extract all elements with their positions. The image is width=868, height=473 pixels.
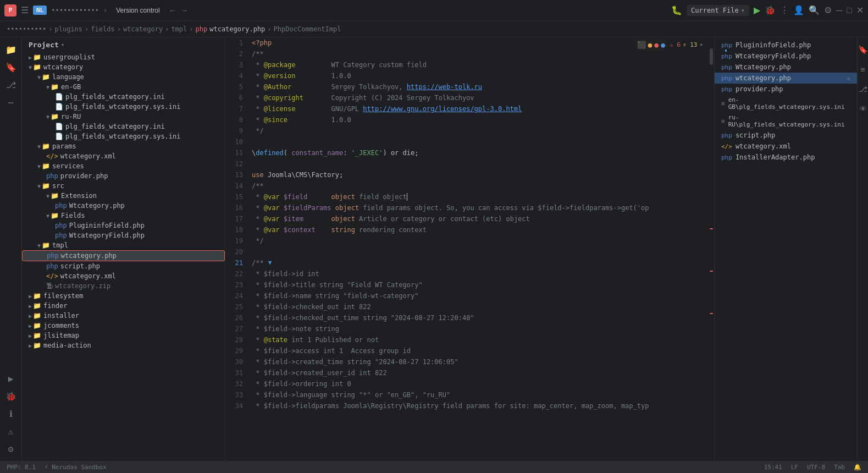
list-item[interactable]: php provider.php — [22, 171, 225, 181]
sidebar-run-icon[interactable]: ▶ — [3, 371, 19, 386]
folder-icon: 📁 — [51, 113, 59, 120]
right-bookmark-icon[interactable]: 🔖 — [855, 42, 869, 57]
code-line: * $field->checked_out int 822 — [252, 301, 704, 312]
file-icon: 📄 — [55, 103, 63, 111]
list-item[interactable]: </> wtcategory.xml — [22, 271, 225, 281]
code-line: * @var $field object field object — [252, 191, 704, 202]
settings-icon[interactable]: ⚙ — [824, 5, 832, 15]
sidebar-bookmark-icon[interactable]: 🔖 — [3, 59, 19, 75]
list-item[interactable]: php Wtcategory.php — [22, 201, 225, 211]
list-item[interactable]: php WtcategoryField.php — [22, 230, 225, 240]
breadcrumb-wtcategory: wtcategory — [123, 25, 163, 33]
list-item[interactable]: ▶ 📁 filesystem — [22, 291, 225, 301]
expand-icon[interactable]: ▾ — [699, 41, 703, 48]
file-list-item[interactable]: php script.php — [715, 130, 857, 141]
list-item[interactable]: 📄 plg_fields_wtcategory.sys.ini — [22, 102, 225, 112]
nav-back-button[interactable]: ← — [169, 6, 176, 15]
file-icon: 📄 — [55, 123, 63, 130]
sidebar-terminal-icon[interactable]: ⚠ — [3, 424, 19, 439]
list-item[interactable]: ▶ 📁 finder — [22, 301, 225, 311]
list-item[interactable]: ▼ 📁 services — [22, 161, 225, 171]
chevron-right-icon: ▶ — [29, 323, 32, 329]
list-item[interactable]: 🗜 wtcategory.zip — [22, 281, 225, 291]
list-item[interactable]: </> wtcategory.xml — [22, 151, 225, 161]
code-editor: 1 2 3 4 5 6 7 8 9 10 11 12 13 14 15 16 1 — [225, 37, 714, 461]
selected-file-item[interactable]: php wtcategory.php — [22, 250, 225, 261]
list-item[interactable]: ▶ 📁 installer — [22, 311, 225, 321]
code-content[interactable]: <?php /** * @package WT Category custom … — [247, 37, 709, 461]
file-list-item[interactable]: php Wtcategory.php — [715, 62, 857, 73]
list-item[interactable]: 📄 plg_fields_wtcategory.sys.ini — [22, 131, 225, 141]
code-line: * $field->access int 1 Access group id — [252, 345, 704, 356]
active-file-item[interactable]: php wtcategory.php ✕ — [715, 73, 857, 84]
code-line: * @var $context string rendering context — [252, 224, 704, 235]
code-line: use Joomla\CMS\Factory; — [252, 169, 704, 180]
sidebar-git-icon[interactable]: ⎇ — [3, 77, 19, 92]
list-item[interactable]: 📄 plg_fields_wtcategory.ini — [22, 122, 225, 131]
list-item[interactable]: ▼ 📁 language — [22, 72, 225, 82]
vertical-scrollbar[interactable] — [709, 37, 714, 461]
account-icon[interactable]: 👤 — [793, 5, 804, 15]
file-list-item[interactable]: php provider.php — [715, 84, 857, 95]
sidebar-settings-bottom-icon[interactable]: ⚙ — [3, 441, 19, 457]
list-item[interactable]: 📄 plg_fields_wtcategory.ini — [22, 92, 225, 102]
right-review-icon[interactable]: 👁 — [855, 101, 869, 117]
maximize-button[interactable]: □ — [847, 6, 852, 15]
breadcrumb-root: •••••••••• — [7, 25, 46, 33]
code-line: * @state int 1 Published or not — [252, 334, 704, 345]
chevron-right-icon: ▶ — [29, 293, 32, 299]
scrollbar-thumb[interactable] — [710, 48, 713, 65]
list-item[interactable]: ▼ 📁 en-GB — [22, 82, 225, 92]
run-config[interactable]: Current File ▾ — [687, 5, 749, 16]
debug-button[interactable]: 🐞 — [765, 5, 776, 15]
list-item[interactable]: php script.php — [22, 261, 225, 271]
minimize-button[interactable]: ─ — [836, 6, 842, 15]
sidebar-more-icon[interactable]: ⋯ — [3, 95, 19, 110]
sidebar-project-icon[interactable]: 📁 — [3, 42, 19, 57]
nav-forward-button[interactable]: → — [181, 6, 189, 15]
right-git-icon[interactable]: ⎇ — [855, 81, 869, 97]
file-list-item[interactable]: php WtcategoryField.php — [715, 51, 857, 62]
right-structure-icon[interactable]: ≡ — [855, 62, 869, 77]
list-item[interactable]: ▼ 📁 src — [22, 181, 225, 191]
list-item[interactable]: ▶ 📁 jcomments — [22, 321, 225, 331]
fold-marker[interactable]: ▼ — [268, 257, 272, 268]
code-line: * $field->created_time string "2024-08-2… — [252, 356, 704, 367]
file-list-item[interactable]: php PlugininfoField.php — [715, 40, 857, 51]
list-item[interactable]: ▶ 📁 jlsitemap — [22, 331, 225, 340]
search-icon[interactable]: 🔍 — [809, 5, 820, 15]
list-item[interactable]: ▶ 📁 media-action — [22, 340, 225, 350]
file-php-icon: php — [721, 42, 732, 49]
right-panel: php PlugininfoField.php php WtcategoryFi… — [714, 37, 857, 461]
sidebar-info-icon[interactable]: ℹ — [3, 406, 19, 421]
run-button[interactable]: ▶ — [754, 5, 760, 15]
list-item[interactable]: ▼ 📁 tmpl — [22, 240, 225, 250]
code-line: * @Author Sergey Tolkachyov, https://web… — [252, 81, 704, 92]
folder-icon: 📁 — [33, 53, 41, 61]
version-control-button[interactable]: Version control — [112, 5, 164, 16]
notification-icon[interactable]: 🔔 — [854, 464, 861, 471]
bug-icon[interactable]: 🐛 — [671, 5, 682, 15]
close-button[interactable]: ✕ — [856, 5, 864, 15]
file-list-item[interactable]: </> wtcategory.xml — [715, 141, 857, 152]
list-item[interactable]: ▼ 📁 Extension — [22, 191, 225, 201]
encoding: UTF-8 — [807, 464, 825, 471]
more-options-icon[interactable]: ⋮ — [780, 5, 789, 15]
file-list-item[interactable]: ≡ en-GB\plg_fields_wtcategory.sys.ini — [715, 95, 857, 112]
file-ini-icon: ≡ — [721, 100, 725, 107]
sidebar-debug-icon[interactable]: 🐞 — [3, 388, 19, 404]
list-item[interactable]: ▼ 📁 Fields — [22, 211, 225, 221]
file-list-item[interactable]: ≡ ru-RU\plg_fields_wtcategory.sys.ini — [715, 112, 857, 130]
close-file-icon[interactable]: ✕ — [847, 75, 850, 82]
breadcrumb-tmpl: tmpl — [171, 25, 187, 33]
list-item[interactable]: ▼ 📁 ru-RU — [22, 112, 225, 122]
file-list-item[interactable]: php InstallerAdapter.php — [715, 152, 857, 163]
list-item[interactable]: ▼ 📁 wtcategory — [22, 62, 225, 72]
list-item[interactable]: php PlugininfoField.php — [22, 221, 225, 230]
file-php-icon: php — [55, 222, 67, 229]
chevron-down-icon: ▼ — [46, 193, 49, 199]
folder-icon: 📁 — [42, 241, 50, 249]
list-item[interactable]: ▶ 📁 usergrouplist — [22, 52, 225, 62]
hamburger-button[interactable]: ☰ — [21, 5, 29, 15]
list-item[interactable]: ▼ 📁 params — [22, 141, 225, 151]
